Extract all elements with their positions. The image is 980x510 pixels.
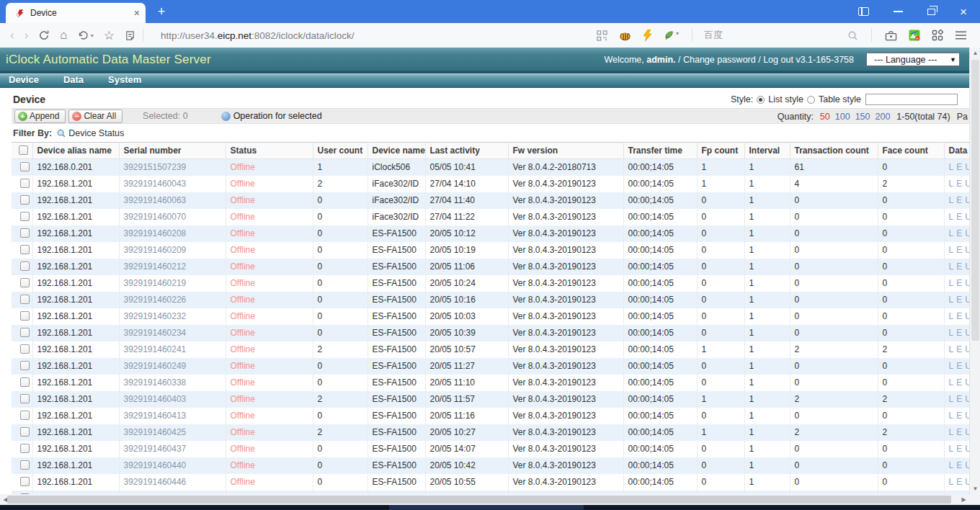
- data-link-l[interactable]: L: [949, 212, 954, 222]
- table-style-label[interactable]: Table style: [819, 94, 861, 104]
- data-link-e[interactable]: E: [956, 477, 962, 487]
- row-checkbox[interactable]: [20, 261, 30, 271]
- row-checkbox[interactable]: [20, 179, 30, 188]
- new-tab-button[interactable]: +: [153, 4, 170, 19]
- data-link-e[interactable]: E: [956, 427, 962, 437]
- list-style-label[interactable]: List style: [768, 94, 803, 104]
- menu-item-device[interactable]: Device: [9, 74, 39, 85]
- menu-hamburger-icon[interactable]: [955, 30, 967, 40]
- browser-tab[interactable]: Device ×: [6, 3, 146, 23]
- data-link-e[interactable]: E: [956, 195, 962, 205]
- plugin-dropdown-icon[interactable]: ▾: [676, 30, 679, 41]
- quick-search-input[interactable]: [865, 94, 958, 105]
- data-link-e[interactable]: E: [956, 377, 962, 388]
- data-link-l[interactable]: L: [949, 444, 954, 454]
- row-checkbox[interactable]: [20, 477, 30, 486]
- horizontal-scroll-thumb[interactable]: [7, 496, 951, 504]
- data-link-e[interactable]: E: [956, 212, 962, 222]
- logout-link[interactable]: Log out: [763, 55, 793, 65]
- undo-icon[interactable]: ▾: [78, 30, 94, 41]
- operation-for-selected-button[interactable]: Operation for selected: [221, 111, 322, 121]
- row-checkbox[interactable]: [20, 278, 30, 287]
- plugin-leaf-icon[interactable]: ▾: [664, 30, 679, 41]
- horizontal-scrollbar[interactable]: ◀ ▶: [0, 494, 969, 505]
- data-link-l[interactable]: L: [949, 245, 954, 255]
- menu-item-data[interactable]: Data: [63, 74, 84, 85]
- tab-close-icon[interactable]: ×: [134, 7, 140, 19]
- data-link-e[interactable]: E: [956, 278, 962, 288]
- row-checkbox[interactable]: [20, 212, 30, 221]
- row-checkbox[interactable]: [20, 460, 30, 470]
- data-link-e[interactable]: E: [956, 411, 962, 421]
- data-link-l[interactable]: L: [949, 261, 954, 272]
- table-style-radio[interactable]: [807, 96, 815, 104]
- data-link-l[interactable]: L: [949, 295, 954, 305]
- data-link-e[interactable]: E: [956, 162, 962, 172]
- data-link-l[interactable]: L: [949, 361, 954, 371]
- window-minimize-icon[interactable]: [894, 11, 903, 12]
- row-checkbox[interactable]: [20, 295, 30, 304]
- device-status-filter[interactable]: Device Status: [56, 128, 124, 138]
- data-link-l[interactable]: L: [949, 427, 954, 437]
- bookmark-star-icon[interactable]: ☆: [104, 28, 115, 43]
- data-link-e[interactable]: E: [956, 361, 962, 371]
- data-link-e[interactable]: E: [956, 344, 962, 354]
- scroll-down-icon[interactable]: ▼: [970, 483, 980, 494]
- bee-plugin-icon[interactable]: [619, 30, 631, 41]
- data-link-l[interactable]: L: [949, 228, 954, 238]
- data-link-l[interactable]: L: [949, 328, 954, 338]
- row-checkbox[interactable]: [20, 361, 30, 370]
- forward-icon[interactable]: ›: [24, 28, 29, 42]
- row-checkbox[interactable]: [20, 377, 30, 387]
- window-close-icon[interactable]: ×: [960, 6, 967, 18]
- select-all-checkbox[interactable]: [19, 146, 28, 155]
- vertical-scrollbar[interactable]: ▲ ▼: [969, 48, 980, 494]
- row-checkbox[interactable]: [20, 162, 30, 171]
- row-checkbox[interactable]: [20, 245, 30, 254]
- address-bar[interactable]: http://user34.eicp.net:8082/iclock/data/…: [161, 30, 591, 41]
- data-link-e[interactable]: E: [956, 245, 962, 255]
- language-select[interactable]: --- Language --- ▼: [866, 53, 960, 66]
- window-layout-icon[interactable]: [858, 7, 869, 16]
- data-link-e[interactable]: E: [956, 261, 962, 272]
- data-link-l[interactable]: L: [949, 179, 954, 189]
- append-button[interactable]: + Append: [14, 109, 66, 123]
- scroll-up-icon[interactable]: ▲: [970, 48, 980, 58]
- data-link-l[interactable]: L: [949, 162, 954, 172]
- qr-code-icon[interactable]: [597, 30, 607, 41]
- row-checkbox[interactable]: [20, 427, 30, 437]
- change-password-link[interactable]: Change password: [683, 55, 756, 65]
- data-link-e[interactable]: E: [956, 444, 962, 454]
- data-link-l[interactable]: L: [949, 477, 954, 487]
- data-link-l[interactable]: L: [949, 344, 954, 354]
- search-input[interactable]: 百度: [704, 29, 837, 42]
- window-restore-icon[interactable]: [927, 9, 935, 15]
- data-link-e[interactable]: E: [956, 328, 962, 338]
- row-checkbox[interactable]: [20, 328, 30, 337]
- row-checkbox[interactable]: [20, 311, 30, 321]
- back-icon[interactable]: ‹: [10, 28, 14, 42]
- reading-list-icon[interactable]: [125, 30, 135, 41]
- row-checkbox[interactable]: [20, 228, 30, 238]
- data-link-l[interactable]: L: [949, 460, 954, 470]
- row-checkbox[interactable]: [20, 411, 30, 420]
- data-link-e[interactable]: E: [956, 460, 962, 470]
- data-link-e[interactable]: E: [956, 228, 962, 238]
- data-link-e[interactable]: E: [956, 394, 962, 404]
- data-link-l[interactable]: L: [949, 195, 954, 205]
- list-style-radio[interactable]: [757, 96, 765, 104]
- quantity-100[interactable]: 100: [835, 112, 850, 122]
- row-checkbox[interactable]: [20, 444, 30, 453]
- row-checkbox[interactable]: [20, 394, 30, 403]
- vertical-scroll-thumb[interactable]: [971, 60, 979, 341]
- data-link-l[interactable]: L: [949, 278, 954, 288]
- undo-dropdown-icon[interactable]: ▾: [91, 32, 94, 39]
- quantity-200[interactable]: 200: [875, 112, 890, 122]
- quantity-150[interactable]: 150: [855, 112, 870, 122]
- data-link-e[interactable]: E: [956, 179, 962, 189]
- row-checkbox[interactable]: [20, 195, 30, 205]
- screenshot-tool-icon[interactable]: e: [909, 30, 920, 41]
- data-link-l[interactable]: L: [949, 394, 954, 404]
- search-icon[interactable]: [847, 30, 858, 41]
- scroll-right-icon[interactable]: ▶: [958, 494, 969, 505]
